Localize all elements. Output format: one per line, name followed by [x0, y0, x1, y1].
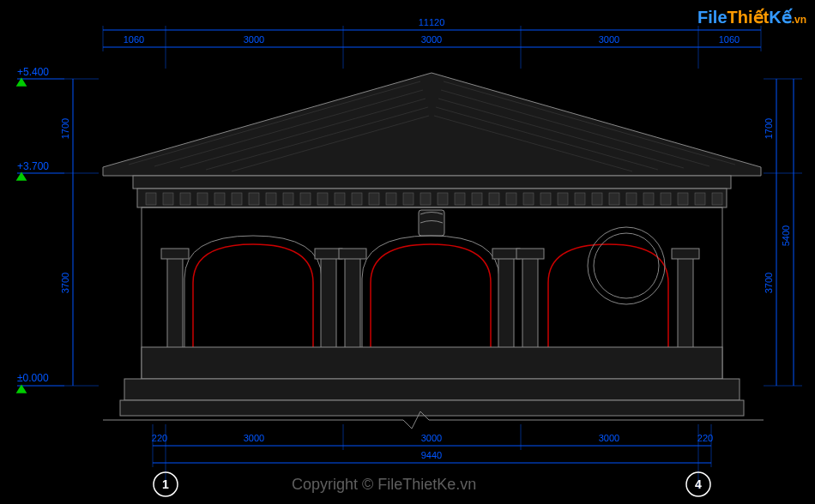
bottom-dimensions: 220 3000 3000 3000 220 9440 — [152, 424, 713, 489]
dim-bot-5: 220 — [697, 433, 713, 443]
svg-rect-37 — [438, 193, 448, 205]
svg-rect-46 — [592, 193, 602, 205]
top-dimensions: 11120 1060 3000 3000 3000 1060 — [103, 17, 761, 69]
svg-rect-36 — [420, 193, 431, 205]
dim-top-2: 3000 — [244, 34, 264, 45]
dim-bot-3: 3000 — [421, 433, 442, 443]
svg-rect-50 — [661, 193, 671, 205]
svg-rect-48 — [626, 193, 637, 205]
svg-rect-47 — [609, 193, 619, 205]
svg-rect-29 — [300, 193, 311, 205]
dim-right-3: 5400 — [781, 225, 791, 246]
svg-rect-53 — [712, 193, 722, 205]
svg-rect-40 — [489, 193, 499, 205]
svg-rect-26 — [249, 193, 259, 205]
svg-rect-64 — [492, 249, 520, 259]
svg-rect-44 — [558, 193, 568, 205]
svg-rect-41 — [506, 193, 516, 205]
dim-top-1: 1060 — [124, 34, 144, 45]
svg-rect-27 — [266, 193, 276, 205]
logo-vn: .vn — [792, 14, 806, 26]
dim-top-3: 3000 — [421, 34, 442, 45]
circular-window — [588, 227, 665, 304]
svg-rect-33 — [369, 193, 379, 205]
dim-right-2: 3700 — [764, 273, 774, 293]
svg-rect-23 — [197, 193, 208, 205]
dim-top-total: 11120 — [419, 17, 445, 27]
svg-rect-22 — [180, 193, 190, 205]
svg-rect-66 — [516, 249, 544, 259]
dim-bot-total: 9440 — [421, 450, 442, 460]
svg-rect-60 — [315, 249, 342, 259]
svg-rect-49 — [643, 193, 654, 205]
building-elevation — [103, 73, 764, 429]
svg-rect-30 — [317, 193, 328, 205]
svg-rect-34 — [386, 193, 396, 205]
svg-rect-24 — [214, 193, 225, 205]
elevation-markers: +5.400 +3.700 ±0.000 — [17, 66, 64, 393]
logo-file: File — [697, 8, 727, 27]
svg-rect-39 — [472, 193, 482, 205]
svg-rect-21 — [163, 193, 173, 205]
logo-ke: Kế — [769, 8, 791, 27]
svg-rect-43 — [540, 193, 551, 205]
dim-bot-2: 3000 — [244, 433, 264, 443]
dim-left-2: 3700 — [60, 273, 70, 293]
svg-point-56 — [594, 233, 659, 298]
dim-top-5: 1060 — [719, 34, 740, 45]
svg-rect-35 — [403, 193, 414, 205]
svg-rect-20 — [146, 193, 156, 205]
svg-rect-38 — [455, 193, 465, 205]
svg-rect-68 — [672, 249, 699, 259]
svg-rect-45 — [575, 193, 585, 205]
svg-rect-31 — [335, 193, 345, 205]
svg-rect-71 — [120, 400, 744, 416]
svg-rect-42 — [523, 193, 534, 205]
dim-right-1: 1700 — [764, 118, 774, 139]
cad-drawing: 11120 1060 3000 3000 3000 1060 +5.400 +3… — [0, 0, 815, 504]
svg-rect-69 — [142, 347, 722, 379]
svg-rect-52 — [695, 193, 705, 205]
logo-thiet: Thiết — [727, 8, 770, 27]
elev-base: ±0.000 — [17, 372, 49, 384]
elev-top: +5.400 — [17, 66, 49, 78]
svg-rect-32 — [352, 193, 362, 205]
svg-rect-19 — [137, 189, 727, 207]
dim-left-1: 1700 — [60, 118, 70, 139]
right-dimensions: 1700 3700 5400 — [764, 79, 802, 386]
elev-mid: +3.700 — [17, 160, 49, 172]
logo: FileThiếtKế.vn — [697, 7, 806, 27]
dim-bot-4: 3000 — [599, 433, 619, 443]
dim-top-4: 3000 — [599, 34, 619, 45]
grid-bubbles: 1 4 — [154, 472, 710, 496]
svg-rect-51 — [678, 193, 688, 205]
svg-rect-25 — [232, 193, 242, 205]
grid-4: 4 — [695, 477, 702, 491]
dim-bot-1: 220 — [152, 433, 167, 443]
grid-1: 1 — [162, 477, 169, 491]
svg-rect-62 — [339, 249, 366, 259]
svg-rect-28 — [283, 193, 293, 205]
svg-rect-58 — [161, 249, 189, 259]
left-dimensions: 1700 3700 — [60, 79, 99, 386]
svg-rect-70 — [124, 379, 740, 400]
svg-rect-18 — [133, 176, 731, 189]
